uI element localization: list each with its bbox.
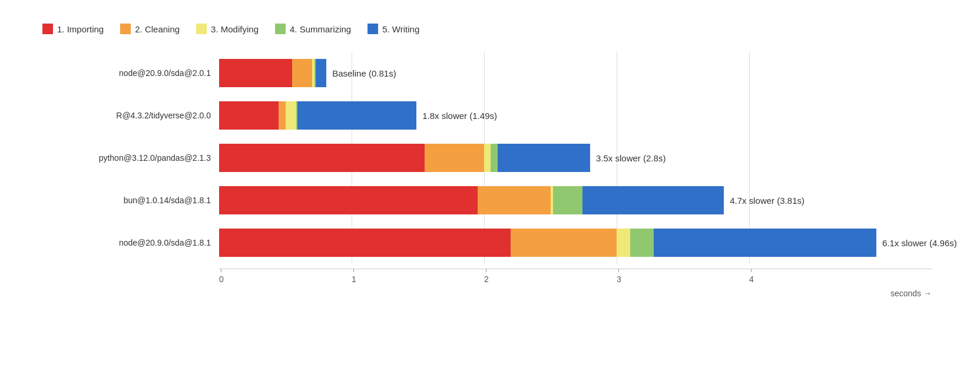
tick-line-4	[751, 269, 751, 272]
segment-0-cleaning	[292, 59, 312, 87]
x-tick-4: 4	[749, 269, 754, 284]
segment-1-modifying	[286, 101, 296, 130]
bar-area-4: 6.1x slower (4.96s)	[219, 229, 932, 257]
bar-annotation-2: 3.5x slower (2.8s)	[596, 153, 666, 163]
bar-area-3: 4.7x slower (3.81s)	[219, 186, 932, 214]
segment-3-cleaning	[478, 186, 551, 214]
segment-2-writing	[498, 144, 591, 172]
bar-segments-0	[219, 59, 326, 87]
segment-2-importing	[219, 144, 425, 172]
x-tick-1: 1	[352, 269, 356, 284]
bar-annotation-3: 4.7x slower (3.81s)	[730, 196, 804, 206]
tick-label-2: 2	[484, 275, 489, 284]
row-label-2: python@3.12.0/pandas@2.1.3	[37, 153, 219, 163]
row-label-3: bun@1.0.14/sda@1.8.1	[37, 196, 219, 205]
bar-row-0: node@20.9.0/sda@2.0.1Baseline (0.81s)	[37, 52, 932, 94]
legend: 1. Importing 2. Cleaning 3. Modifying 4.…	[37, 24, 932, 34]
tick-label-0: 0	[219, 275, 224, 284]
segment-2-cleaning	[425, 144, 484, 172]
bar-row-2: python@3.12.0/pandas@2.1.33.5x slower (2…	[37, 137, 932, 179]
bar-area-2: 3.5x slower (2.8s)	[219, 144, 932, 172]
segment-1-importing	[219, 101, 279, 130]
legend-color-cleaning	[120, 24, 131, 34]
bar-annotation-1: 1.8x slower (1.49s)	[422, 111, 497, 121]
segment-3-summarizing	[553, 186, 582, 214]
tick-line-0	[221, 269, 221, 272]
axis-label: seconds →	[37, 289, 932, 298]
segment-1-cleaning	[279, 101, 285, 130]
row-label-4: node@20.9.0/sda@1.8.1	[37, 238, 219, 247]
segment-0-importing	[219, 59, 292, 87]
segment-4-writing	[654, 229, 876, 257]
bar-segments-1	[219, 101, 416, 130]
segment-4-importing	[219, 229, 511, 257]
x-tick-3: 3	[617, 269, 621, 284]
bar-segments-3	[219, 186, 724, 214]
bar-area-0: Baseline (0.81s)	[219, 59, 932, 87]
legend-color-importing	[42, 24, 53, 34]
tick-label-3: 3	[617, 275, 621, 284]
tick-line-2	[486, 269, 486, 272]
legend-label-writing: 5. Writing	[382, 24, 419, 34]
legend-item-modifying: 3. Modifying	[196, 24, 259, 34]
legend-item-summarizing: 4. Summarizing	[275, 24, 351, 34]
row-label-0: node@20.9.0/sda@2.0.1	[37, 68, 219, 78]
segment-0-writing	[316, 59, 326, 87]
segment-2-summarizing	[491, 144, 497, 172]
tick-label-4: 4	[749, 275, 754, 284]
legend-label-summarizing: 4. Summarizing	[290, 24, 351, 34]
tick-label-1: 1	[352, 275, 356, 284]
bar-row-1: R@4.3.2/tidyverse@2.0.01.8x slower (1.49…	[37, 94, 932, 137]
legend-label-cleaning: 2. Cleaning	[135, 24, 180, 34]
legend-color-summarizing	[275, 24, 286, 34]
bar-segments-2	[219, 144, 590, 172]
segment-2-modifying	[484, 144, 491, 172]
x-tick-2: 2	[484, 269, 489, 284]
legend-item-importing: 1. Importing	[42, 24, 104, 34]
legend-label-importing: 1. Importing	[57, 24, 104, 34]
segment-3-writing	[582, 186, 724, 214]
legend-color-writing	[368, 24, 378, 34]
tick-line-3	[618, 269, 619, 272]
tick-line-1	[353, 269, 354, 272]
legend-item-writing: 5. Writing	[368, 24, 419, 34]
chart-container: 1. Importing 2. Cleaning 3. Modifying 4.…	[25, 12, 955, 365]
row-label-1: R@4.3.2/tidyverse@2.0.0	[37, 111, 219, 120]
bar-segments-4	[219, 229, 876, 257]
bar-annotation-0: Baseline (0.81s)	[332, 68, 396, 78]
segment-4-summarizing	[630, 229, 654, 257]
x-tick-0: 0	[219, 269, 224, 284]
legend-item-cleaning: 2. Cleaning	[120, 24, 180, 34]
legend-color-modifying	[196, 24, 207, 34]
segment-3-importing	[219, 186, 478, 214]
segment-4-modifying	[617, 229, 630, 257]
segment-4-cleaning	[511, 229, 617, 257]
bar-row-4: node@20.9.0/sda@1.8.16.1x slower (4.96s)	[37, 221, 932, 264]
legend-label-modifying: 3. Modifying	[211, 24, 259, 34]
bar-annotation-4: 6.1x slower (4.96s)	[882, 238, 957, 248]
segment-1-writing	[297, 101, 417, 130]
bar-area-1: 1.8x slower (1.49s)	[219, 101, 932, 130]
bar-row-3: bun@1.0.14/sda@1.8.14.7x slower (3.81s)	[37, 179, 932, 221]
